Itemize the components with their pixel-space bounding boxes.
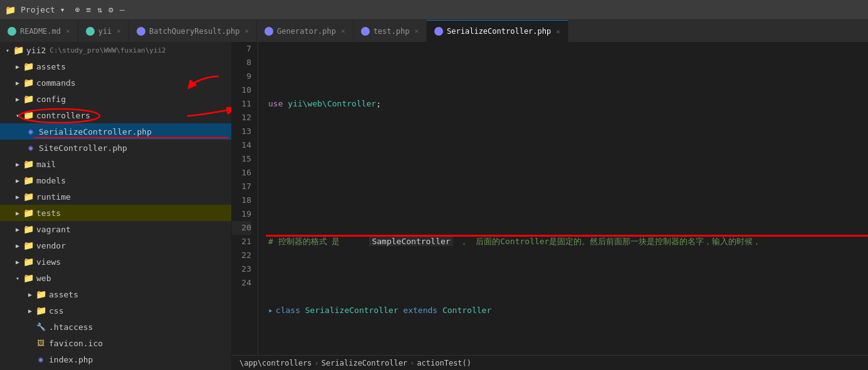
folder-icon-web: 📁 — [23, 272, 34, 284]
toolbar-icon-4[interactable]: ⚙ — [108, 5, 113, 14]
tree-label-web-assets: assets — [49, 290, 78, 299]
tab-close-test[interactable]: ✕ — [414, 27, 419, 35]
tree-label-config: config — [36, 95, 66, 104]
tree-item-web-css[interactable]: ▶ 📁 css — [0, 302, 231, 319]
tree-item-web[interactable]: ▾ 📁 web — [0, 270, 231, 286]
tab-serializecontroller[interactable]: SerializeController.php ✕ — [427, 20, 568, 42]
annotation-arrow-controllers — [184, 107, 232, 125]
tree-item-views[interactable]: ▶ 📁 views — [0, 254, 231, 270]
breadcrumb-item-1[interactable]: \app\controllers — [239, 359, 312, 367]
tree-item-controllers[interactable]: ▾ 📁 controllers — [0, 107, 231, 123]
tab-label-readme: README.md — [20, 27, 61, 36]
tree-item-htaccess[interactable]: ▶ 🔧 .htaccess — [0, 319, 231, 335]
tab-generator[interactable]: Generator.php ✕ — [257, 20, 353, 42]
tree-item-models[interactable]: ▶ 📁 models — [0, 172, 231, 188]
tree-item-indextestphp[interactable]: ▶ ◉ index-test.php — [0, 367, 231, 370]
tree-arrow-vendor: ▶ — [13, 240, 23, 250]
project-label[interactable]: Project — [21, 5, 55, 14]
tab-icon-generator — [264, 27, 273, 36]
folder-icon-runtime: 📁 — [23, 191, 34, 202]
tab-close-yii[interactable]: ✕ — [117, 27, 121, 35]
tab-batchquery[interactable]: BatchQueryResult.php ✕ — [129, 20, 257, 42]
tree-label-indexphp: index.php — [49, 355, 93, 364]
project-dropdown-icon[interactable]: ▾ — [60, 5, 65, 14]
tree-label-vagrant: vagrant — [36, 225, 71, 234]
tree-label-web-css: css — [49, 306, 63, 316]
editor: 7 8 9 10 11 12 13 14 15 16 17 18 19 20 2… — [232, 42, 868, 370]
line-numbers: 7 8 9 10 11 12 13 14 15 16 17 18 19 20 2… — [232, 42, 258, 355]
title-bar: 📁 Project ▾ ⊕ ≡ ⇅ ⚙ — — [0, 0, 868, 20]
tab-test[interactable]: test.php ✕ — [353, 20, 427, 42]
folder-icon-root: 📁 — [13, 44, 24, 56]
tree-item-favicon[interactable]: ▶ 🖼 favicon.ico — [0, 335, 231, 351]
folder-icon-tests: 📁 — [23, 207, 34, 218]
breadcrumb-item-3[interactable]: actionTest() — [417, 359, 471, 367]
folder-icon-mail: 📁 — [23, 158, 34, 170]
tree-item-serializecontroller[interactable]: ◉ SerializeController.php — [0, 123, 231, 140]
tab-icon-readme — [8, 27, 16, 36]
tabs-bar: README.md ✕ yii ✕ BatchQueryResult.php ✕… — [0, 20, 868, 42]
tree-item-runtime[interactable]: ▶ 📁 runtime — [0, 188, 231, 205]
annotation-redline-top — [266, 235, 868, 237]
tree-item-web-assets[interactable]: ▶ 📁 assets — [0, 286, 231, 302]
tab-icon-serializecontroller — [434, 27, 443, 36]
tab-label-serializecontroller: SerializeController.php — [447, 27, 551, 36]
tab-icon-batchquery — [137, 27, 145, 36]
code-area[interactable]: use yii\web\Controller; # 控制器的格式 是 Sampl… — [258, 42, 868, 355]
folder-icon-vagrant: 📁 — [23, 224, 34, 235]
file-icon-serializecontroller: ◉ — [25, 126, 36, 137]
tree-item-vagrant[interactable]: ▶ 📁 vagrant — [0, 221, 231, 237]
code-line-8 — [266, 166, 868, 180]
tree-root-label: yii2 — [26, 46, 46, 55]
tree-label-assets: assets — [36, 62, 66, 71]
tree-item-assets[interactable]: ▶ 📁 assets — [0, 58, 231, 75]
tree-item-vendor[interactable]: ▶ 📁 vendor — [0, 237, 231, 254]
tree-arrow-assets: ▶ — [13, 61, 23, 71]
tree-item-indexphp[interactable]: ▶ ◉ index.php — [0, 351, 231, 367]
tree-arrow-models: ▶ — [13, 175, 23, 185]
toolbar-icon-2[interactable]: ≡ — [86, 5, 91, 14]
annotation-underline-serialize — [34, 137, 229, 139]
tree-item-mail[interactable]: ▶ 📁 mail — [0, 156, 231, 172]
tree-arrow-mail: ▶ — [13, 159, 23, 169]
tree-item-config[interactable]: ▶ 📁 config — [0, 91, 231, 107]
breadcrumb-item-2[interactable]: SerializeController — [322, 359, 407, 367]
editor-content[interactable]: 7 8 9 10 11 12 13 14 15 16 17 18 19 20 2… — [232, 42, 868, 355]
tree-arrow-web-css: ▶ — [25, 306, 35, 316]
tree-label-vendor: vendor — [36, 241, 66, 250]
tab-close-generator[interactable]: ✕ — [341, 27, 345, 35]
tree-label-commands: commands — [36, 78, 76, 88]
toolbar-icon-1[interactable]: ⊕ — [75, 5, 80, 14]
sidebar: ▾ 📁 yii2 C:\study_pro\WWW\fuxian\yii2 ▶ … — [0, 42, 232, 370]
toolbar-icon-3[interactable]: ⇅ — [97, 5, 102, 14]
tab-readme[interactable]: README.md ✕ — [0, 20, 78, 42]
tree-item-tests[interactable]: ▶ 📁 tests — [0, 205, 231, 221]
tree-arrow-web-assets: ▶ — [25, 289, 35, 299]
tab-label-generator: Generator.php — [277, 27, 336, 36]
folder-icon-config: 📁 — [23, 93, 34, 105]
tab-close-readme[interactable]: ✕ — [66, 27, 70, 35]
tree-arrow-controllers: ▾ — [13, 110, 23, 120]
folder-icon-assets: 📁 — [23, 61, 34, 72]
tree-item-sitecontroller[interactable]: ◉ SiteController.php — [0, 140, 231, 156]
tree-label-web: web — [36, 274, 51, 283]
breadcrumb: \app\controllers › SerializeController ›… — [232, 355, 868, 370]
tree-root-path: C:\study_pro\WWW\fuxian\yii2 — [50, 46, 165, 54]
tree-label-sitecontroller: SiteController.php — [39, 143, 127, 153]
tree-arrow-vagrant: ▶ — [13, 224, 23, 234]
tab-close-serializecontroller[interactable]: ✕ — [556, 28, 560, 36]
tree-label-mail: mail — [36, 160, 56, 169]
tree-item-commands[interactable]: ▶ 📁 commands — [0, 75, 231, 91]
folder-icon-controllers: 📁 — [23, 110, 34, 121]
toolbar-icon-5[interactable]: — — [120, 5, 125, 14]
tab-yii[interactable]: yii ✕ — [78, 20, 129, 42]
file-icon-sitecontroller: ◉ — [25, 142, 36, 153]
tree-label-favicon: favicon.ico — [49, 339, 103, 348]
tab-close-batchquery[interactable]: ✕ — [244, 27, 249, 35]
folder-icon-views: 📁 — [23, 256, 34, 267]
file-icon-favicon: 🖼 — [35, 337, 46, 349]
file-icon-htaccess: 🔧 — [35, 321, 46, 332]
tree-arrow-commands: ▶ — [13, 78, 23, 88]
tree-root[interactable]: ▾ 📁 yii2 C:\study_pro\WWW\fuxian\yii2 — [0, 42, 231, 58]
tree-label-tests: tests — [36, 208, 61, 218]
